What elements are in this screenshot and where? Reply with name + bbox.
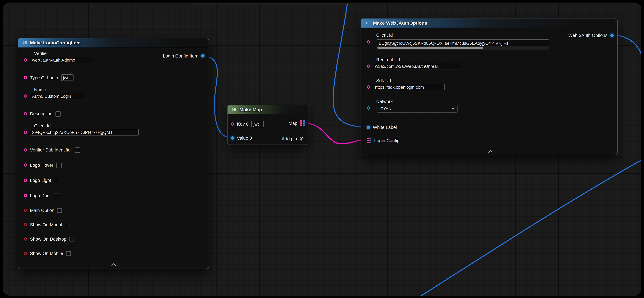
map-pin-cell [303,124,305,126]
node-header-make-web3authoptions[interactable]: Make Web3AuthOptions [361,18,617,28]
name-pin[interactable] [24,94,27,98]
map-pin-cell [367,138,369,139]
add-pin-button[interactable]: Add pin ⊕ [282,136,304,141]
node-make-map[interactable]: Make Map Key 0 Map Value 0 Add pin ⊕ [227,105,308,145]
make-struct-icon [22,40,27,45]
main-option-pin[interactable] [24,209,27,212]
map-pin-cell [300,122,302,124]
verifier-pin[interactable] [24,58,27,62]
add-pin-label: Add pin [282,136,297,141]
show-on-modal-checkbox[interactable] [65,222,70,227]
wire-web3auth-options-output[interactable] [614,35,641,85]
type-of-login-label: Type Of Login [30,75,58,80]
network-selected-value: CYAN [380,106,391,111]
logo-hover-label: Logo Hover [30,163,53,168]
show-on-desktop-pin[interactable] [24,237,27,241]
chevron-down-icon: ▾ [452,106,454,111]
key-0-input[interactable] [252,121,264,127]
map-pin-cell [367,140,369,141]
verifier-sub-identifier-input[interactable] [75,147,80,152]
node-title: Make Web3AuthOptions [373,20,427,26]
wire-diagonal-bottom-right[interactable] [415,157,641,296]
wire-top-to-white-label[interactable] [333,2,365,127]
map-pin-cell [369,138,371,139]
collapse-node-button[interactable] [488,149,493,153]
verifier-sub-identifier-label: Verifier Sub Identifier [30,148,72,152]
make-struct-icon [365,20,370,26]
login-config-pin[interactable] [367,138,371,144]
node-make-web3authoptions[interactable]: Make Web3AuthOptions Web 3Auth Options C… [361,18,618,155]
map-output-pin[interactable] [300,120,305,126]
network-label: Network [376,99,393,104]
map-pin-cell [303,120,305,122]
output-pin-login-config-item[interactable] [201,54,204,58]
verifier-sub-identifier-pin[interactable] [24,148,27,152]
white-label-pin[interactable] [367,126,370,129]
value-0-pin[interactable] [231,136,234,140]
description-input[interactable] [56,111,61,116]
show-on-mobile-pin[interactable] [24,252,27,255]
name-label: Name [34,87,46,92]
show-on-desktop-checkbox[interactable] [69,237,74,241]
login-config-label: Login Config [374,138,400,143]
logo-light-pin[interactable] [24,178,27,182]
white-label-label: White Label [373,125,397,130]
logo-dark-pin[interactable] [24,194,27,197]
show-on-desktop-label: Show On Desktop [30,236,66,242]
logo-light-label: Logo Light [30,178,51,183]
client-id-label: Client Id [376,32,393,38]
map-pin-cell [367,142,369,144]
plus-circle-icon: ⊕ [300,136,304,141]
client-id-pin[interactable] [367,40,370,44]
type-of-login-pin[interactable] [24,76,27,79]
node-make-loginconfigitem[interactable]: Make LoginConfigItem Login Config Item V… [18,38,209,269]
node-header-make-loginconfigitem[interactable]: Make LoginConfigItem [18,38,209,48]
redirect-url-input[interactable] [373,63,461,69]
network-pin[interactable] [367,106,370,110]
collapse-node-button[interactable] [111,262,117,266]
output-label-web3auth-options: Web 3Auth Options [568,33,608,38]
show-on-modal-pin[interactable] [24,223,27,226]
redirect-url-pin[interactable] [367,64,370,68]
map-pin-cell [300,120,302,122]
map-output-label: Map [288,121,297,126]
node-title: Make LoginConfigItem [30,40,80,45]
description-pin[interactable] [24,112,27,115]
logo-hover-input[interactable] [56,162,62,168]
node-header-make-map[interactable]: Make Map [228,105,308,114]
offscreen-node-edge[interactable] [192,2,350,4]
client-id-scrollbar[interactable] [377,46,549,50]
sdk-url-label: Sdk Url [376,78,391,84]
map-pin-cell [303,122,305,124]
main-option-checkbox[interactable] [57,208,62,212]
client-id-value: BEglQSgt4cUWcj6SKRdu5QkOXTsePmMcusG5EAoy… [377,40,549,46]
output-pin-web3auth-options[interactable] [610,34,614,37]
screenshot-root: Make LoginConfigItem Login Config Item V… [0,0,644,298]
sdk-url-input[interactable] [373,84,445,90]
key-0-label: Key 0 [237,122,248,126]
verifier-input[interactable] [30,57,92,63]
chevron-up-icon [111,262,117,266]
logo-dark-label: Logo Dark [30,193,51,198]
network-select[interactable]: CYAN ▾ [376,105,458,112]
map-pin-cell [369,142,371,144]
client-id-pin[interactable] [24,130,27,134]
logo-dark-input[interactable] [54,193,59,198]
key-0-pin[interactable] [231,122,234,126]
map-pin-cell [369,140,371,141]
show-on-mobile-checkbox[interactable] [66,251,70,256]
show-on-mobile-label: Show On Mobile [30,251,63,256]
graph-canvas[interactable]: Make LoginConfigItem Login Config Item V… [3,2,641,296]
client-id-scroll-thumb[interactable] [378,47,484,49]
name-input[interactable] [30,93,85,100]
sdk-url-pin[interactable] [367,86,370,89]
type-of-login-input[interactable] [61,74,73,81]
client-id-input[interactable] [30,129,139,136]
client-id-input[interactable]: BEglQSgt4cUWcj6SKRdu5QkOXTsePmMcusG5EAoy… [376,40,549,50]
node-title: Make Map [240,107,262,112]
logo-light-input[interactable] [54,178,59,183]
chevron-up-icon [488,149,493,152]
description-label: Description [30,111,52,116]
logo-hover-pin[interactable] [24,164,27,167]
blueprint-viewport: Make LoginConfigItem Login Config Item V… [0,0,644,298]
